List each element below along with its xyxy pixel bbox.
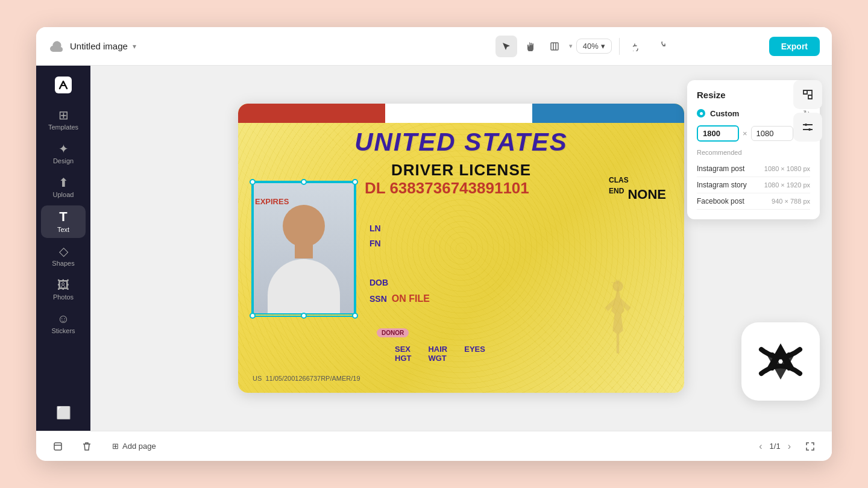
eyes-label: EYES	[464, 345, 485, 363]
sidebar-design-label: Design	[53, 157, 74, 164]
preset-name-0: Instagram post	[697, 164, 744, 173]
class-area: CLAS END NONE	[609, 176, 666, 202]
sidebar-item-templates[interactable]: ⊞ Templates	[41, 104, 86, 136]
ssn-label: SSN	[370, 292, 387, 307]
zoom-value: 40%	[583, 42, 599, 51]
license-stripe	[238, 104, 684, 123]
end-label: END	[609, 187, 624, 202]
expires-label: EXPIRES	[255, 197, 289, 206]
person-head	[283, 205, 325, 247]
ln-fn-labels: LN FN	[370, 221, 381, 251]
bottom-fullscreen-button[interactable]	[800, 437, 820, 456]
end-area: END NONE	[609, 187, 666, 202]
bottom-layers-button[interactable]	[48, 437, 68, 456]
photos-icon: 🖼	[57, 279, 69, 291]
main-area: ⊞ Templates ✦ Design ⬆ Upload T Text ◇ S…	[36, 66, 832, 431]
page-nav: ‹ 1/1 ›	[756, 440, 793, 453]
page-count: 1/1	[770, 442, 781, 451]
liberty-statue-image	[588, 278, 648, 357]
physical-labels: SEX HGT HAIR WGT EYES	[395, 345, 485, 363]
height-input[interactable]	[751, 126, 793, 141]
right-icon-panel	[793, 80, 822, 142]
sidebar-item-stickers[interactable]: ☺ Stickers	[41, 308, 86, 339]
next-page-button[interactable]: ›	[785, 440, 793, 453]
donor-badge-area: DONOR	[377, 327, 409, 337]
person-figure	[262, 193, 346, 313]
select-tool-button[interactable]	[495, 36, 517, 57]
sidebar-item-instagram[interactable]: ⬜	[41, 402, 86, 424]
prev-page-button[interactable]: ‹	[756, 440, 764, 453]
undo-button[interactable]	[627, 36, 649, 57]
bottom-bar: ⊞ Add page ‹ 1/1 ›	[36, 431, 832, 461]
design-icon: ✦	[58, 143, 69, 155]
svg-point-7	[805, 124, 807, 126]
sidebar-upload-label: Upload	[53, 191, 74, 198]
width-input[interactable]	[697, 125, 739, 142]
fn-label: FN	[370, 236, 381, 251]
shapes-icon: ◇	[59, 245, 68, 257]
resize-icon-button[interactable]	[793, 80, 822, 109]
license-country: UNITED STATES	[238, 128, 684, 157]
sidebar-stickers-label: Stickers	[51, 327, 75, 334]
svg-rect-0	[551, 43, 558, 50]
toolbar-divider	[619, 38, 620, 55]
sidebar-item-design[interactable]: ✦ Design	[41, 138, 86, 169]
none-val: NONE	[627, 187, 666, 202]
document-title[interactable]: Untitled image	[70, 41, 128, 51]
dl-number: DL 6383736743891101	[365, 179, 529, 198]
frame-tool-button[interactable]	[544, 36, 565, 57]
title-area: Untitled image ▾	[48, 38, 399, 55]
upload-icon: ⬆	[58, 177, 69, 189]
barcode-line: US 11/05/2001266737RP/AMER/19	[253, 375, 360, 382]
undo-redo-group	[627, 36, 673, 57]
dob-ssn-labels: DOB SSN ON FILE	[370, 275, 430, 308]
sidebar-item-upload[interactable]: ⬆ Upload	[41, 172, 86, 203]
instagram-icon: ⬜	[56, 407, 71, 419]
recommended-label: Recommended	[697, 149, 810, 156]
title-chevron-icon[interactable]: ▾	[133, 42, 136, 51]
canvas-area[interactable]: UNITED STATES DRIVER LICENSE	[90, 66, 832, 431]
export-button[interactable]: Export	[769, 37, 820, 56]
redo-button[interactable]	[651, 36, 673, 57]
custom-label: Custom	[710, 109, 798, 118]
zoom-control[interactable]: 40% ▾	[576, 39, 612, 54]
bottom-right-controls: ‹ 1/1 ›	[756, 437, 820, 456]
ln-label: LN	[370, 221, 381, 236]
add-page-label: Add page	[122, 442, 156, 451]
sidebar-templates-label: Templates	[48, 124, 78, 131]
sidebar-bottom: ⬜	[41, 402, 86, 424]
adjust-icon-button[interactable]	[793, 113, 822, 142]
preset-facebook-post[interactable]: Facebook post 940 × 788 px	[697, 193, 810, 210]
cloud-icon	[48, 38, 65, 55]
on-file-label: ON FILE	[392, 290, 430, 308]
add-page-button[interactable]: ⊞ Add page	[106, 439, 162, 453]
bottom-delete-button[interactable]	[77, 437, 96, 456]
preset-size-2: 940 × 788 px	[772, 198, 810, 205]
sex-hgt: SEX HGT	[395, 345, 411, 363]
svg-point-8	[808, 128, 811, 131]
custom-radio[interactable]	[697, 109, 705, 117]
text-icon: T	[59, 210, 67, 224]
sidebar-item-shapes[interactable]: ◇ Shapes	[41, 240, 86, 272]
preset-instagram-post[interactable]: Instagram post 1080 × 1080 px	[697, 161, 810, 177]
sidebar-item-photos[interactable]: 🖼 Photos	[41, 274, 86, 305]
sidebar-shapes-label: Shapes	[52, 260, 74, 267]
class-label: CLAS	[609, 176, 666, 184]
top-bar: Untitled image ▾ ▾ 40% ▾	[36, 27, 832, 66]
svg-rect-9	[54, 443, 61, 450]
preset-name-2: Facebook post	[697, 197, 744, 205]
preset-name-1: Instagram story	[697, 181, 747, 189]
sidebar-item-text[interactable]: T Text	[41, 205, 86, 238]
person-neck	[295, 243, 313, 258]
app-window: Untitled image ▾ ▾ 40% ▾	[36, 27, 832, 461]
license-card: UNITED STATES DRIVER LICENSE	[238, 104, 684, 393]
sidebar: ⊞ Templates ✦ Design ⬆ Upload T Text ◇ S…	[36, 66, 90, 431]
preset-size-1: 1080 × 1920 px	[764, 181, 810, 189]
hand-tool-button[interactable]	[520, 36, 541, 57]
capcut-floating-logo	[741, 322, 820, 401]
sidebar-photos-label: Photos	[53, 293, 74, 301]
preset-instagram-story[interactable]: Instagram story 1080 × 1920 px	[697, 177, 810, 193]
hair-wgt: HAIR WGT	[428, 345, 447, 363]
preset-size-0: 1080 × 1080 px	[764, 165, 810, 172]
app-logo	[51, 73, 75, 97]
